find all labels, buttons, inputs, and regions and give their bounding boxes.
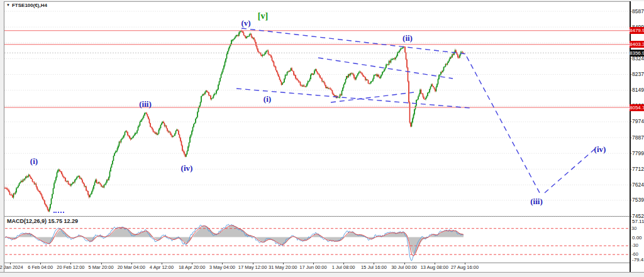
time-tick-label: 4 Apr 12:00	[150, 264, 174, 270]
symbol-title-text: FTSE100(€),H4	[12, 3, 47, 8]
time-tick-label: 1 Jul 08:00	[332, 264, 355, 270]
macd-level-label: -60	[631, 252, 638, 257]
time-tick-label: 15 Jul 16:00	[361, 264, 387, 270]
symbol-title[interactable]: ▼FTSE100(€),H4	[6, 3, 47, 8]
price-tick-mark	[630, 200, 631, 200]
elliott-wave-label[interactable]: (iv)	[181, 163, 193, 173]
macd-axis-zero: 0.00	[632, 235, 642, 241]
time-tick-label: 17 Jun 00:00	[299, 264, 326, 270]
time-tick-label: 20 Feb 12:00	[57, 264, 84, 270]
price-tick-mark	[630, 169, 631, 170]
price-badge: 8403.3	[630, 41, 644, 48]
price-tick-mark	[630, 138, 631, 138]
price-tick-mark	[630, 121, 631, 122]
elliott-wave-label[interactable]: [v]	[258, 11, 268, 21]
macd-axis-max: 57.11	[632, 219, 644, 224]
price-tick-label: 7624.8	[632, 182, 644, 188]
time-tick-label: 17 May 12:00	[238, 264, 267, 270]
chevron-down-icon[interactable]: ▼	[6, 3, 10, 7]
time-tick-label: 18 Apr 20:00	[179, 264, 206, 270]
time-tick-label: 20 Mar 04:00	[118, 264, 145, 270]
price-tick-mark	[630, 11, 631, 12]
window-left-border	[4, 1, 4, 272]
macd-level-label: -30	[631, 243, 638, 248]
elliott-wave-label[interactable]: (v)	[241, 18, 250, 28]
elliott-wave-label[interactable]: (iv)	[594, 144, 606, 155]
macd-level-label: 30	[631, 226, 636, 231]
elliott-wave-label[interactable]: (iii)	[530, 197, 543, 207]
price-tick-label: 7799.8	[632, 151, 644, 156]
elliott-wave-label[interactable]: (i)	[30, 156, 38, 166]
macd-indicator-panel[interactable]	[4, 216, 630, 263]
mt4-chart-window: ▼FTSE100(€),H4 MACD(12,26,9) 15.75 12.29…	[0, 0, 644, 277]
price-tick-mark	[630, 216, 631, 217]
price-tick-mark	[630, 90, 631, 90]
time-tick-label: 30 Jul 00:00	[391, 264, 417, 270]
window-bottom-border	[0, 272, 644, 273]
time-tick-label: 22 Jan 2024	[0, 264, 23, 270]
macd-indicator-label: MACD(12,26,9) 15.75 12.29	[7, 218, 78, 224]
time-tick-label: 13 Aug 08:00	[421, 264, 448, 270]
price-tick-label: 7539.8	[632, 197, 644, 203]
price-badge: 8479.9	[630, 27, 644, 34]
time-tick-label: 27 Aug 16:00	[451, 264, 479, 270]
price-tick-label: 8237.3	[632, 72, 644, 77]
time-tick-label: 5 Mar 20:00	[89, 264, 114, 270]
elliott-wave-label[interactable]: (iii)	[139, 99, 152, 109]
price-tick-label: 8587.3	[632, 9, 644, 14]
price-badge: 8356.9	[630, 50, 644, 57]
price-tick-mark	[630, 58, 631, 59]
price-tick-label: 7974.8	[632, 119, 644, 124]
price-badge: 8054.7	[630, 104, 644, 111]
macd-axis-min: -79.41	[632, 257, 644, 263]
scroll-position-marker	[53, 212, 64, 213]
time-tick-label: 3 May 04:00	[209, 264, 235, 270]
price-tick-label: 7712.3	[632, 166, 644, 172]
price-tick-label: 8149.8	[632, 87, 644, 93]
price-tick-label: 8324.8	[632, 56, 644, 62]
time-tick-label: 31 May 20:00	[269, 264, 297, 270]
price-tick-mark	[630, 185, 631, 185]
elliott-wave-label[interactable]: (ii)	[402, 33, 413, 43]
elliott-wave-label[interactable]: (i)	[264, 94, 271, 104]
price-chart-panel[interactable]	[4, 1, 630, 217]
price-tick-label: 7887.3	[632, 135, 644, 141]
price-tick-mark	[630, 153, 631, 154]
time-tick-label: 6 Feb 04:00	[28, 264, 53, 270]
price-tick-mark	[630, 74, 631, 75]
